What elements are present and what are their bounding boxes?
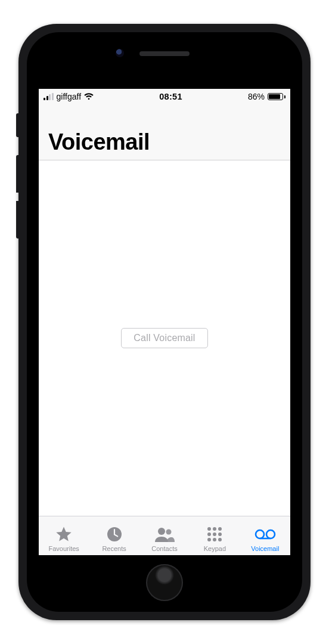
- header: Voicemail: [39, 104, 290, 160]
- star-icon: [55, 525, 73, 543]
- contacts-icon: [154, 525, 175, 543]
- tab-bar: Favourites Recents Contacts: [39, 516, 290, 555]
- tab-label: Favourites: [49, 545, 79, 552]
- call-voicemail-button[interactable]: Call Voicemail: [121, 328, 207, 348]
- tab-contacts[interactable]: Contacts: [139, 516, 190, 555]
- battery-percent-label: 86%: [248, 92, 265, 101]
- carrier-label: giffgaff: [57, 92, 82, 101]
- tab-label: Recents: [102, 545, 126, 552]
- home-button[interactable]: [146, 564, 183, 601]
- voicemail-icon: [254, 525, 276, 543]
- tab-label: Contacts: [151, 545, 177, 552]
- front-camera: [116, 49, 124, 57]
- content-area: Call Voicemail: [39, 160, 290, 516]
- tab-recents[interactable]: Recents: [89, 516, 139, 555]
- tab-label: Keypad: [204, 545, 226, 552]
- tab-voicemail[interactable]: Voicemail: [240, 516, 290, 555]
- svg-point-3: [256, 530, 264, 538]
- phone-bezel: giffgaff 08:51 86% Voicemail: [27, 32, 302, 612]
- tab-favourites[interactable]: Favourites: [39, 516, 89, 555]
- clock-icon: [106, 525, 123, 543]
- battery-icon: [268, 93, 285, 100]
- screen: giffgaff 08:51 86% Voicemail: [39, 89, 290, 555]
- status-bar: giffgaff 08:51 86%: [39, 89, 290, 104]
- page-title: Voicemail: [48, 129, 281, 155]
- status-left: giffgaff: [44, 92, 94, 101]
- battery-fill: [269, 94, 280, 99]
- tab-keypad[interactable]: Keypad: [190, 516, 240, 555]
- svg-point-2: [166, 530, 172, 535]
- status-time: 08:51: [159, 92, 182, 101]
- keypad-icon: [207, 525, 222, 543]
- phone-frame: giffgaff 08:51 86% Voicemail: [18, 24, 311, 620]
- wifi-icon: [84, 93, 94, 100]
- cellular-signal-icon: [44, 93, 54, 100]
- earpiece-speaker: [139, 51, 190, 56]
- svg-point-1: [158, 528, 165, 535]
- svg-point-4: [266, 530, 275, 538]
- tab-label: Voicemail: [251, 545, 279, 552]
- status-right: 86%: [248, 92, 285, 101]
